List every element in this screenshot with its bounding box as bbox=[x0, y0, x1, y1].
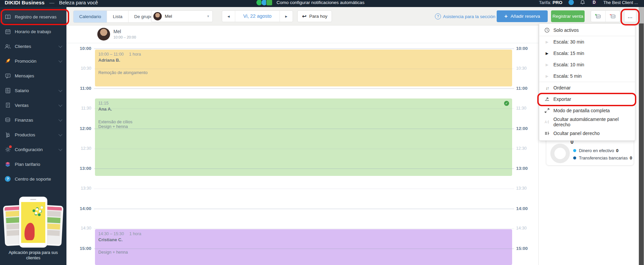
more-options-button[interactable]: … bbox=[624, 10, 636, 22]
event-client: Adriana B. bbox=[98, 58, 512, 63]
triangle-icon: ▶ bbox=[543, 74, 551, 78]
triangle-icon: ▶ bbox=[543, 63, 551, 67]
coins-plus-icon bbox=[594, 13, 602, 20]
clock-icon bbox=[543, 27, 551, 33]
sidebar-item-horario-de-trabajo[interactable]: Horario de trabajo bbox=[0, 25, 66, 38]
scrollbar-thumb[interactable] bbox=[639, 23, 644, 265]
sidebar-item-configuracion[interactable]: Configuración bbox=[0, 143, 66, 155]
sidebar-item-plan-tarifario[interactable]: Plan tarifario bbox=[0, 158, 66, 170]
promo-banner[interactable]: Como configurar notificaciones automátic… bbox=[256, 0, 364, 7]
brand-logo[interactable]: DIKIDI Business bbox=[5, 0, 45, 5]
add-booking-button[interactable]: + Añadir reserva bbox=[497, 10, 548, 22]
time-label: 14:30 bbox=[66, 226, 91, 230]
add-income-button[interactable] bbox=[591, 11, 605, 22]
prev-day-button[interactable]: ◂ bbox=[222, 11, 235, 22]
menu-item-label: Modo de pantalla completa bbox=[553, 108, 610, 113]
today-button[interactable]: ↩ Para hoy bbox=[297, 10, 332, 22]
sidebar-item-salario[interactable]: Salario bbox=[0, 84, 66, 96]
time-label: 13:00 bbox=[66, 166, 91, 171]
sidebar-item-label: Registro de reservas bbox=[15, 14, 57, 19]
menu-item-pantalla-completa[interactable]: Modo de pantalla completa bbox=[539, 105, 635, 116]
menu-item-ocultar-panel[interactable]: Ocultar panel derecho bbox=[539, 128, 635, 139]
event-time: 14:30 – 15:301 hora bbox=[98, 231, 512, 236]
tariff-word: Tarifa: bbox=[539, 0, 551, 5]
bell-icon[interactable] bbox=[580, 0, 585, 5]
sidebar-item-label: Centro de soporte bbox=[15, 177, 51, 182]
sidebar-item-ventas[interactable]: Ventas bbox=[0, 99, 66, 111]
legend-value: 0 bbox=[630, 155, 632, 160]
event-client: Ana A. bbox=[98, 107, 512, 112]
section-help-link[interactable]: ? Asistencia para la sección bbox=[435, 13, 495, 19]
sidebar: Registro de reservas Horario de trabajo … bbox=[0, 7, 66, 265]
menu-item-label: Escala: 5 min bbox=[553, 73, 582, 79]
cash-buttons bbox=[591, 10, 620, 22]
today-label: Para hoy bbox=[309, 14, 327, 19]
view-switcher: Calendario Lista De grupo bbox=[73, 10, 159, 23]
calculator-icon bbox=[4, 87, 11, 94]
brand-separator: — bbox=[49, 0, 54, 5]
legend-cash: Dinero en efectivo 0 bbox=[573, 148, 618, 153]
svg-text:?: ? bbox=[7, 177, 9, 181]
page-scrollbar[interactable] bbox=[639, 7, 644, 265]
receipt-icon bbox=[4, 102, 11, 109]
menu-item-label: Ocultar automáticamente panel derecho bbox=[553, 117, 635, 127]
booking-event-cristiane[interactable]: 14:30 – 15:301 hora Cristiane C. Design … bbox=[95, 229, 512, 265]
menu-item-exportar[interactable]: Exportar bbox=[539, 93, 635, 105]
add-expense-button[interactable] bbox=[605, 11, 620, 22]
time-label: 12:00 bbox=[66, 126, 91, 131]
calendar-icon bbox=[4, 28, 11, 35]
menu-item-ocultar-auto[interactable]: A Ocultar automáticamente panel derecho bbox=[539, 116, 635, 128]
time-label: 13:30 bbox=[516, 186, 527, 191]
chevron-down-icon bbox=[58, 59, 62, 62]
event-time: 11:15 bbox=[98, 101, 512, 106]
back-arrow-icon: ↩ bbox=[302, 13, 306, 19]
sidebar-item-label: Configuración bbox=[15, 147, 43, 152]
grid-line bbox=[94, 228, 514, 229]
menu-item-escala-10[interactable]: ▶ Escala: 10 min bbox=[539, 59, 635, 70]
grid-line bbox=[94, 129, 514, 129]
staff-select[interactable]: Mel ▾ bbox=[151, 10, 213, 22]
book-icon bbox=[4, 13, 11, 20]
grid-line bbox=[94, 209, 514, 209]
chevron-down-icon bbox=[58, 118, 62, 121]
menu-item-label: Escala: 10 min bbox=[553, 62, 584, 67]
sidebar-item-registro-de-reservas[interactable]: Registro de reservas bbox=[0, 11, 66, 23]
grid-line bbox=[94, 69, 514, 69]
sidebar-item-label: Clientes bbox=[15, 44, 31, 49]
sidebar-item-label: Promoción bbox=[15, 59, 37, 64]
tariff-label[interactable]: Tarifa: PRO bbox=[539, 0, 562, 5]
promo-text[interactable]: Como configurar notificaciones automátic… bbox=[277, 0, 364, 5]
register-sale-label: Registrar venta bbox=[552, 14, 583, 19]
account-name[interactable]: The Best Client ... bbox=[603, 0, 638, 5]
menu-item-solo-activos[interactable]: Solo activos bbox=[539, 24, 635, 36]
time-label: 12:00 bbox=[516, 126, 528, 131]
next-day-button[interactable]: ▸ bbox=[280, 11, 293, 22]
app-promo-image[interactable] bbox=[5, 197, 62, 248]
sidebar-item-label: Plan tarifario bbox=[15, 162, 40, 167]
booking-event-ana[interactable]: 11:15 Ana A. Extensão de cílios Design +… bbox=[95, 98, 512, 176]
register-sale-button[interactable]: Registrar venta bbox=[551, 10, 585, 22]
date-picker-button[interactable]: Vi, 22 agosto bbox=[235, 11, 280, 22]
booking-event-adriana[interactable]: 10:00 – 11:001 hora Adriana B. Remoção d… bbox=[95, 50, 512, 86]
time-label: 10:30 bbox=[66, 66, 91, 71]
info-icon[interactable] bbox=[568, 0, 574, 5]
sidebar-item-productos[interactable]: Productos bbox=[0, 129, 66, 141]
menu-item-ordenar[interactable]: ↓↑ Ordenar bbox=[539, 82, 635, 93]
workspace-name[interactable]: Beleza para você bbox=[59, 0, 98, 5]
sidebar-item-centro-de-soporte[interactable]: ? Centro de soporte bbox=[0, 173, 66, 185]
sidebar-item-label: Productos bbox=[15, 132, 35, 137]
sidebar-item-finanzas[interactable]: Finanzas bbox=[0, 114, 66, 126]
menu-item-escala-30[interactable]: ▶ Escala: 30 min bbox=[539, 36, 635, 48]
dikidi-logo[interactable]: D bbox=[591, 0, 597, 5]
tab-lista[interactable]: Lista bbox=[107, 11, 128, 22]
sidebar-item-promocion[interactable]: Promoción bbox=[0, 55, 66, 67]
menu-item-escala-5[interactable]: ▶ Escala: 5 min bbox=[539, 70, 635, 82]
sidebar-item-clientes[interactable]: Clientes bbox=[0, 40, 66, 52]
sort-icon: ↓↑ bbox=[543, 85, 551, 90]
time-label: 11:00 bbox=[66, 86, 91, 91]
header-inner: DIKIDI Business — Beleza para você Como … bbox=[0, 0, 644, 7]
tab-calendario[interactable]: Calendario bbox=[73, 11, 107, 22]
sidebar-item-mensajes[interactable]: Mensajes bbox=[0, 70, 66, 82]
trolley-icon bbox=[4, 131, 11, 138]
menu-item-escala-15[interactable]: ▶ Escala: 15 min bbox=[539, 48, 635, 59]
